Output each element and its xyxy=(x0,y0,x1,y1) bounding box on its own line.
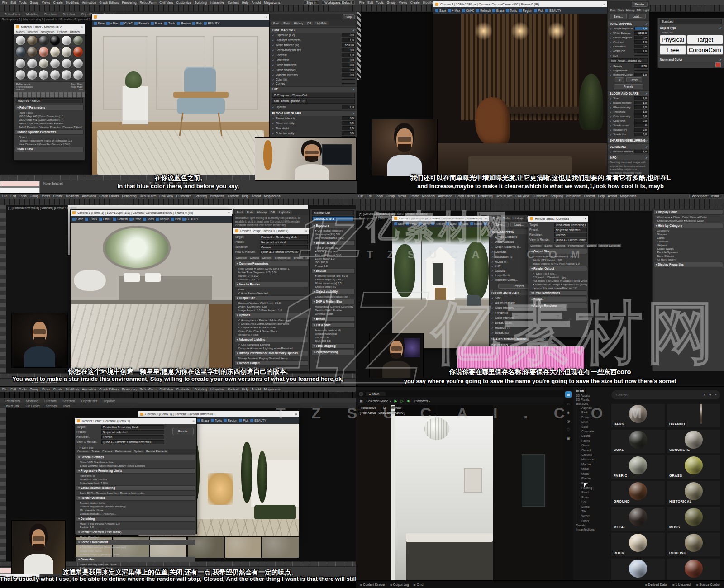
rollout-header[interactable]: Hide by Category xyxy=(653,223,723,228)
render-setup-tab[interactable]: Render Elements xyxy=(305,256,309,260)
nav-bottom-item[interactable]: Imperfections xyxy=(576,527,608,531)
material-sample[interactable] xyxy=(50,58,60,69)
setting-row[interactable]: Radius: 1,0 xyxy=(76,525,195,529)
nav-top-item[interactable]: 3D Plants xyxy=(576,398,608,402)
field-value[interactable]: Production Rendering Mode xyxy=(260,235,308,239)
anima-menu-item[interactable]: Object Link xyxy=(2,404,22,408)
setting-row[interactable]: Cameras xyxy=(653,239,723,243)
close-icon[interactable]: × xyxy=(265,15,267,19)
material-sample[interactable] xyxy=(27,35,37,46)
stop-button[interactable]: Stop xyxy=(343,14,355,19)
object-type-button[interactable]: Free xyxy=(660,45,686,55)
vfb-tool-button[interactable]: Refresh xyxy=(431,222,444,225)
menu-item[interactable]: Rendering xyxy=(122,194,136,198)
material-sample[interactable] xyxy=(15,70,26,80)
close-icon[interactable]: × xyxy=(192,419,195,423)
vfb-tool-button[interactable]: BEAUTY xyxy=(545,9,561,12)
nav-category[interactable]: Soil xyxy=(577,500,608,504)
menu-item[interactable]: Graph Editors xyxy=(99,1,119,4)
menu-item[interactable]: Graph Editors xyxy=(455,194,475,198)
param-value[interactable]: 1,0 xyxy=(634,105,648,109)
setting-row[interactable]: Film width (mm) 36,0 xyxy=(311,253,355,256)
render-setup-tab[interactable]: Scene xyxy=(90,450,100,453)
vfb-titlebar[interactable]: Corona 8 | 879×1186 px | Camera: CoronaC… xyxy=(392,216,489,221)
nav-home[interactable]: HOME xyxy=(576,389,608,393)
filter-icon[interactable]: ▼ xyxy=(708,393,712,397)
vfb-tool-button[interactable]: Tools xyxy=(143,218,154,221)
render-setup-tab[interactable]: Camera xyxy=(261,256,273,260)
setting-row[interactable]: Put Image File List(s) in Output File(s)… xyxy=(529,279,587,282)
rollout-header[interactable]: Render Selected (Pixel Mask) xyxy=(76,530,195,535)
render-setup-tab[interactable]: Render Elements xyxy=(145,450,168,453)
rollout-header[interactable]: Output Size xyxy=(234,295,308,301)
rollout-header[interactable]: Render Output xyxy=(529,266,587,271)
setting-row[interactable]: Single map: None xyxy=(76,549,195,552)
rollout-header[interactable]: Assign Renderer xyxy=(529,303,587,308)
menu-item[interactable]: Modifiers xyxy=(422,194,435,198)
browse-icon[interactable]: ◈ xyxy=(567,410,570,415)
section-header[interactable]: LUT xyxy=(270,86,357,92)
main-toolbar[interactable] xyxy=(0,392,356,398)
texture-thumbnail[interactable] xyxy=(225,537,262,558)
vfb-tab[interactable]: Post xyxy=(272,21,281,25)
setting-row[interactable]: Time limit: 0 h 0 m 0 s xyxy=(76,477,195,481)
rollout-header[interactable]: Email Notifications xyxy=(529,290,587,296)
viewport-option[interactable]: Show xyxy=(391,406,403,409)
menu-item[interactable]: Interactive xyxy=(210,1,224,4)
rollout-header[interactable]: DOF & Motion Blur xyxy=(311,299,355,304)
material-sample[interactable] xyxy=(73,58,83,69)
material-sample[interactable] xyxy=(61,58,71,69)
menu-item[interactable]: Modifiers xyxy=(66,1,79,4)
setting-row[interactable]: Compute Advanced Lighting when Required xyxy=(234,346,308,350)
menu-item[interactable]: Customize xyxy=(176,388,191,391)
menu-item[interactable]: Group xyxy=(386,194,395,198)
nav-category[interactable]: Branch xyxy=(577,415,608,420)
setting-row[interactable]: Shapes xyxy=(653,232,723,236)
rollout-header[interactable]: Bokeh xyxy=(311,316,355,322)
menu-item[interactable]: Civil View xyxy=(515,194,529,198)
param-value[interactable]: 6 xyxy=(634,123,648,127)
render-setup-tab[interactable]: Performance xyxy=(567,244,585,247)
material-sample[interactable] xyxy=(61,47,71,57)
rollout-header[interactable]: Denoising xyxy=(76,516,195,522)
nav-category[interactable]: Stone xyxy=(577,505,608,509)
rollout-header[interactable]: Shutter xyxy=(311,268,355,274)
vfb-tab[interactable]: LightMix xyxy=(314,21,328,25)
ribbon-tab[interactable]: Freeform xyxy=(42,399,59,403)
menu-item[interactable]: Group xyxy=(387,1,395,4)
setting-row[interactable]: Time Output ● Single Every Nth Frame: 1 xyxy=(234,266,308,270)
field-value[interactable]: Production Rendering Mode xyxy=(101,425,164,429)
material-card[interactable]: GROUND xyxy=(611,481,665,505)
vfb-tool-button[interactable]: Pick xyxy=(239,419,248,422)
setting-row[interactable]: ISO 100,0 xyxy=(311,260,355,264)
menu-item[interactable]: Customize xyxy=(176,1,191,4)
vfb-tab[interactable]: Stats xyxy=(501,216,511,220)
menu-item[interactable]: Views xyxy=(42,388,50,391)
menu-item[interactable]: Scripting xyxy=(195,194,207,198)
menu-item[interactable]: Scripting xyxy=(195,1,207,4)
nav-category[interactable]: Roofing xyxy=(577,486,608,490)
nav-top-item[interactable]: Surfaces xyxy=(576,402,608,406)
rollout-header[interactable]: Postprocessing xyxy=(311,350,355,355)
menu-item[interactable]: Interactive xyxy=(210,388,224,391)
param-value[interactable]: 1,0 xyxy=(634,101,648,104)
setting-row[interactable]: ✓ Save File Files... xyxy=(529,271,587,275)
menu-item[interactable]: Create xyxy=(53,388,63,391)
setting-row[interactable]: Use simple (EV) 5,0 xyxy=(311,232,355,236)
menu-item[interactable]: File xyxy=(2,1,7,4)
vfb-titlebar[interactable]: Corona 8 (Hotfix 1) | Camera: CoronaCame… xyxy=(138,411,299,417)
material-sample[interactable] xyxy=(50,70,60,80)
statusbar-item[interactable]: Derived Data xyxy=(645,583,667,586)
vfb-tool-button[interactable]: Region xyxy=(156,218,169,221)
param-value[interactable]: 6500,0 xyxy=(342,43,355,47)
field-value[interactable]: No preset selected xyxy=(260,240,308,244)
menu-item[interactable]: Graph Editors xyxy=(99,388,119,391)
vfb-tool-button[interactable]: Erase xyxy=(129,218,141,221)
material-card[interactable] xyxy=(667,559,720,580)
menu-item[interactable]: Interactive xyxy=(210,194,224,198)
rollout-header[interactable]: Display Color xyxy=(653,209,723,215)
menu-item[interactable]: Group xyxy=(30,194,38,198)
vfb-tab[interactable]: DR xyxy=(269,210,276,214)
ribbon-tab[interactable]: RebusFarm xyxy=(2,13,23,16)
close-icon[interactable]: × xyxy=(81,25,83,29)
